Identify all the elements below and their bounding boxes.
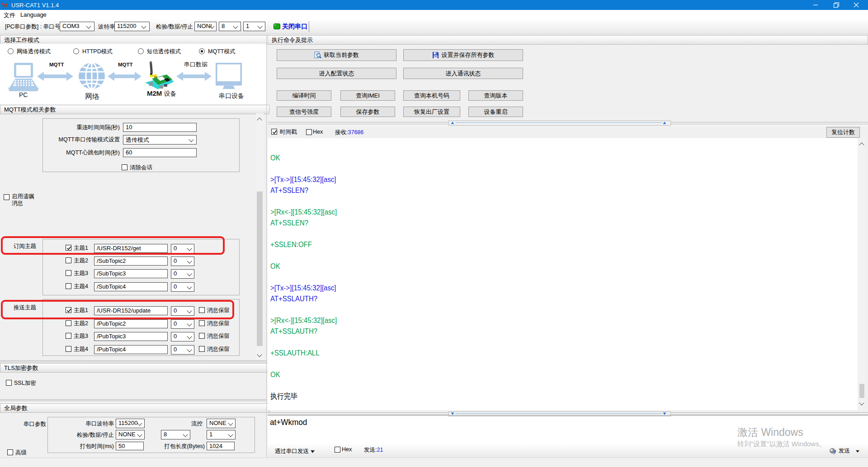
svg-text:串口数据: 串口数据 <box>184 61 208 68</box>
svg-text:MQTT: MQTT <box>118 62 133 67</box>
svg-text:网络: 网络 <box>85 93 99 100</box>
svg-text:M2M 设备: M2M 设备 <box>147 89 177 97</box>
svg-text:串口设备: 串口设备 <box>219 92 244 99</box>
svg-text:PC: PC <box>19 91 28 98</box>
svg-text:MQTT: MQTT <box>49 62 64 67</box>
